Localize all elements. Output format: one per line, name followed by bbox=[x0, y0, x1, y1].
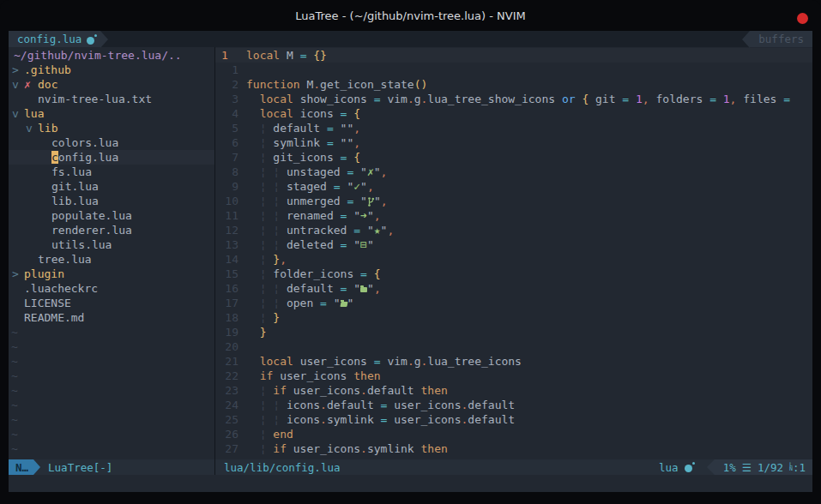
code-token bbox=[246, 238, 260, 251]
code-token bbox=[246, 355, 260, 368]
code-token: . bbox=[320, 413, 327, 426]
chevron-right-icon[interactable]: > bbox=[12, 63, 24, 77]
code-line[interactable]: 4 local icons = { bbox=[215, 106, 812, 121]
code-token bbox=[716, 93, 723, 105]
code-line[interactable]: 13 ¦ ¦ deleted = "⊟" bbox=[215, 237, 812, 252]
code-line[interactable]: 1local M = {} bbox=[215, 48, 812, 63]
code-line[interactable]: 10 ¦ ¦ unmerged = "", bbox=[215, 194, 812, 208]
filetype-label: lua bbox=[659, 461, 679, 474]
code-token: if bbox=[260, 369, 274, 382]
tree-item-fs-lua[interactable]: fs.lua bbox=[9, 165, 214, 179]
tree-item-colors-lua[interactable]: colors.lua bbox=[9, 135, 214, 150]
code-line[interactable]: 26 ¦ end bbox=[215, 427, 812, 441]
code-line[interactable]: 11 ¦ ¦ renamed = "➜", bbox=[215, 208, 812, 223]
tree-item--luacheckrc[interactable]: .luacheckrc bbox=[9, 281, 214, 296]
tree-item-lib[interactable]: vlib bbox=[9, 121, 214, 135]
chevron-down-icon[interactable]: v bbox=[12, 77, 24, 92]
tabline-spacer bbox=[108, 31, 742, 47]
tree-root-path[interactable]: ~/github/nvim-tree.lua/.. bbox=[9, 48, 214, 63]
code-token bbox=[353, 165, 360, 178]
tree-item--github[interactable]: >.github bbox=[9, 63, 214, 77]
close-button[interactable] bbox=[797, 13, 808, 24]
indent-guide: ¦ bbox=[273, 413, 280, 426]
tree-item-lib-lua[interactable]: lib.lua bbox=[9, 194, 214, 208]
code-token: = bbox=[360, 267, 367, 280]
tree-item-license[interactable]: LICENSE bbox=[9, 296, 214, 310]
code-line[interactable]: 24 ¦ ¦ icons.default = user_icons.defaul… bbox=[215, 398, 812, 412]
code-token bbox=[246, 165, 260, 178]
column-indicator: :1 bbox=[793, 461, 806, 474]
code-line[interactable]: 21 local user_icons = vim.g.lua_tree_ico… bbox=[215, 354, 812, 369]
code-line[interactable]: 22 if user_icons then bbox=[215, 369, 812, 383]
file-tree-panel: ~/github/nvim-tree.lua/..>.githubv✗docnv… bbox=[9, 47, 214, 459]
code-line[interactable]: 20 bbox=[215, 339, 812, 354]
tree-item-lua[interactable]: vlua bbox=[9, 106, 214, 121]
code-token bbox=[334, 151, 341, 164]
tree-item-renderer-lua[interactable]: renderer.lua bbox=[9, 223, 214, 237]
code-line[interactable]: 3 local show_icons = vim.g.lua_tree_show… bbox=[215, 92, 812, 106]
code-token: user_icons bbox=[300, 355, 367, 368]
code-token: default bbox=[327, 399, 374, 411]
code-line[interactable]: 23 ¦ if user_icons.default then bbox=[215, 383, 812, 398]
code-line[interactable]: 12 ¦ ¦ untracked = "★", bbox=[215, 223, 812, 237]
tree-item-populate-lua[interactable]: populate.lua bbox=[9, 208, 214, 223]
code-token bbox=[320, 122, 327, 135]
code-token: get_icon_state bbox=[320, 78, 414, 91]
code-line[interactable]: 18 ¦ } bbox=[215, 310, 812, 325]
code-token: then bbox=[421, 384, 448, 397]
code-line[interactable]: 6 ¦ symlink = "", bbox=[215, 135, 812, 150]
indent-guide: ¦ bbox=[273, 297, 280, 309]
code-token bbox=[334, 107, 341, 120]
line-number: 17 bbox=[215, 296, 246, 310]
indent-guide: ¦ bbox=[273, 195, 280, 207]
line-number: 16 bbox=[215, 281, 246, 296]
line-number: 3 bbox=[215, 92, 246, 106]
code-token: ✗ bbox=[367, 165, 374, 178]
cursor: c bbox=[51, 151, 58, 164]
line-number: 2 bbox=[215, 77, 246, 92]
tree-item-plugin[interactable]: >plugin bbox=[9, 267, 214, 281]
tree-item-config-lua[interactable]: config.lua bbox=[9, 150, 214, 165]
code-token: vim bbox=[387, 355, 407, 368]
tree-item-doc[interactable]: v✗doc bbox=[9, 77, 214, 92]
code-line[interactable]: 27 ¦ if user_icons.symlink then bbox=[215, 441, 812, 456]
code-line[interactable]: 9 ¦ ¦ staged = "✓", bbox=[215, 179, 812, 194]
tree-item-nvim-tree-lua-txt[interactable]: nvim-tree-lua.txt bbox=[9, 92, 214, 106]
code-line[interactable]: 16 ¦ ¦ default = "", bbox=[215, 281, 812, 296]
chevron-right-icon[interactable]: > bbox=[12, 267, 24, 281]
code-line[interactable]: 15 ¦ folder_icons = { bbox=[215, 267, 812, 281]
code-line[interactable]: 17 ¦ ¦ open = "" bbox=[215, 296, 812, 310]
code-token: user_icons bbox=[394, 399, 461, 411]
chevron-down-icon[interactable]: v bbox=[12, 106, 24, 121]
code-line[interactable]: 8 ¦ ¦ unstaged = "✗", bbox=[215, 165, 812, 179]
line-number: 9 bbox=[215, 179, 246, 194]
tree-item-tree-lua[interactable]: tree.lua bbox=[9, 252, 214, 267]
code-token: open bbox=[287, 297, 313, 309]
code-token bbox=[334, 122, 341, 135]
code-line[interactable]: 5 ¦ default = "", bbox=[215, 121, 812, 135]
code-token: " bbox=[334, 297, 341, 309]
code-token: { bbox=[374, 267, 381, 280]
code-token: " bbox=[353, 282, 360, 295]
code-token: then bbox=[421, 442, 448, 455]
code-token: deleted bbox=[287, 238, 334, 251]
code-line[interactable]: 14 ¦ }, bbox=[215, 252, 812, 267]
command-line[interactable] bbox=[9, 475, 812, 492]
tab-config-lua[interactable]: config.lua bbox=[9, 31, 100, 47]
code-line[interactable]: 19 } bbox=[215, 325, 812, 339]
tree-item-utils-lua[interactable]: utils.lua bbox=[9, 237, 214, 252]
code-line[interactable]: 7 ¦ git_icons = { bbox=[215, 150, 812, 165]
tree-item-readme-md[interactable]: README.md bbox=[9, 310, 214, 325]
code-line[interactable]: 2function M.get_icon_state() bbox=[215, 77, 812, 92]
nvim-window: config.lua buffers ~/github/nvim-tree.lu… bbox=[9, 31, 812, 492]
code-token: local bbox=[260, 93, 293, 105]
code-line[interactable]: 25 ¦ ¦ icons.symlink = user_icons.defaul… bbox=[215, 412, 812, 427]
tree-item-git-lua[interactable]: git.lua bbox=[9, 179, 214, 194]
chevron-down-icon[interactable]: v bbox=[26, 121, 38, 135]
code-line[interactable]: 1 bbox=[215, 63, 812, 77]
empty-line-tilde: ~ bbox=[9, 398, 214, 412]
code-token bbox=[280, 195, 287, 207]
line-number: 12 bbox=[215, 223, 246, 237]
line-number: 18 bbox=[215, 310, 246, 325]
code-token bbox=[246, 209, 260, 222]
